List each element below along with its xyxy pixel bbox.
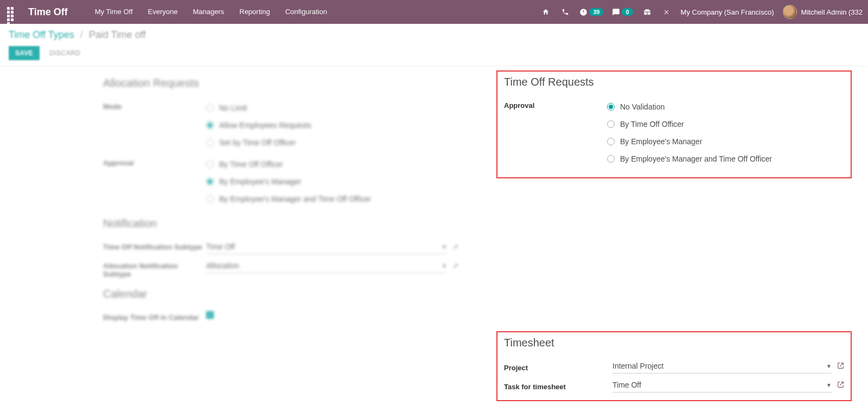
label-project: Project [504,360,612,372]
nav-my-time-off[interactable]: My Time Off [87,0,141,24]
timesheet-highlight: Timesheet Project Internal Project▼ Task… [496,331,852,401]
label-task: Task for timesheet [504,379,612,391]
user-menu[interactable]: Mitchell Admin (332 [783,5,863,19]
mode-allow-requests[interactable]: Allow Employees Requests [206,117,458,134]
alloc-approval-officer[interactable]: By Time Off Officer [206,156,458,173]
control-panel: Time Off Types / Paid Time off SAVE DISC… [0,24,868,66]
chevron-down-icon: ▼ [442,244,447,250]
timeoff-requests-highlight: Time Off Requests Approval No Validation… [496,70,852,178]
external-link-icon[interactable]: ↗ [452,243,458,251]
activity-icon[interactable]: 39 [579,8,603,16]
chevron-down-icon: ▼ [826,363,832,369]
nav-menu: My Time Off Everyone Managers Reporting … [87,0,335,24]
discard-button[interactable]: DISCARD [49,49,81,57]
nav-managers[interactable]: Managers [185,0,232,24]
req-by-both[interactable]: By Employee's Manager and Time Off Offic… [607,150,844,168]
avatar [783,5,797,19]
label-req-approval: Approval [504,98,607,110]
breadcrumb-parent[interactable]: Time Off Types [9,29,74,40]
label-display-calendar: Display Time Off in Calendar [103,310,206,321]
label-mode: Mode [103,99,206,111]
nav-everyone[interactable]: Everyone [141,0,186,24]
home-icon[interactable] [540,7,551,17]
label-timeoff-subtype: Time Off Notification Subtype [103,240,206,251]
phone-icon[interactable] [560,7,571,17]
label-alloc-approval: Approval [103,156,206,167]
external-link-icon[interactable] [837,381,844,390]
close-icon[interactable] [661,7,672,17]
company-selector[interactable]: My Company (San Francisco) [681,8,774,16]
section-timesheet: Timesheet [504,337,844,349]
form-sheet: Allocation Requests Mode No Limit Allow … [0,66,868,412]
app-title[interactable]: Time Off [28,7,68,18]
mode-set-by-officer[interactable]: Set by Time Off Officer [206,134,458,151]
req-by-manager[interactable]: By Employee's Manager [607,133,844,150]
chevron-down-icon: ▼ [442,263,447,269]
gift-icon[interactable] [642,7,653,17]
messages-badge: 0 [622,8,633,16]
breadcrumb-sep: / [77,29,86,40]
chevron-down-icon: ▼ [826,382,832,388]
req-no-validation[interactable]: No Validation [607,98,844,115]
mode-no-limit[interactable]: No Limit [206,99,458,117]
messages-icon[interactable]: 0 [612,8,633,16]
section-timeoff-requests: Time Off Requests [504,76,844,88]
nav-right: 39 0 My Company (San Francisco) Mitchell… [540,5,863,19]
display-calendar-checkbox[interactable]: ✓ [206,311,214,319]
breadcrumb: Time Off Types / Paid Time off [9,29,859,41]
task-input[interactable]: Time Off▼ [612,378,832,392]
breadcrumb-current: Paid Time off [89,29,146,40]
project-input[interactable]: Internal Project▼ [612,359,832,374]
external-link-icon[interactable] [837,362,844,371]
timeoff-subtype-input[interactable]: Time Off▼ [206,240,447,254]
alloc-subtype-input[interactable]: Allocation▼ [206,259,447,273]
alloc-approval-manager[interactable]: By Employee's Manager [206,173,458,190]
external-link-icon[interactable]: ↗ [452,262,458,270]
activity-badge: 39 [589,8,603,16]
alloc-approval-both[interactable]: By Employee's Manager and Time Off Offic… [206,190,458,208]
section-calendar: Calendar [103,288,458,300]
left-column: Allocation Requests Mode No Limit Allow … [103,69,475,412]
section-notification: Notification [103,217,458,230]
main-navbar: Time Off My Time Off Everyone Managers R… [0,0,868,24]
nav-reporting[interactable]: Reporting [232,0,277,24]
save-button[interactable]: SAVE [9,46,40,60]
user-name: Mitchell Admin (332 [801,8,863,16]
label-alloc-subtype: Allocation Notification Subtype [103,259,206,278]
right-column: Time Off Requests Approval No Validation… [496,69,868,412]
nav-configuration[interactable]: Configuration [278,0,335,24]
section-allocation-requests: Allocation Requests [103,77,458,89]
apps-icon[interactable] [5,5,18,18]
req-by-officer[interactable]: By Time Off Officer [607,115,844,133]
